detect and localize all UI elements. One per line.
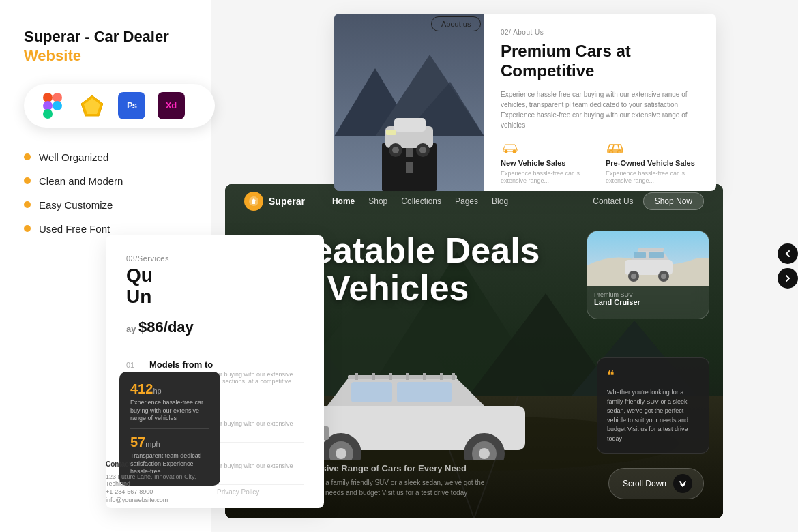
about-panel: 02/ About Us Premium Cars at Competitive… xyxy=(334,14,716,191)
hero-car-card: Premium SUV Land Cruiser xyxy=(587,231,709,319)
hp-desc: Experience hassle-free car buying with o… xyxy=(130,399,209,423)
feature2-desc: Experience hassle-free car is extensive … xyxy=(606,170,700,186)
svg-point-4 xyxy=(53,101,62,110)
about-desc: Experience hassle-free car buying with o… xyxy=(501,89,700,130)
nav-collections[interactable]: Collections xyxy=(401,196,441,206)
svg-point-44 xyxy=(336,448,346,459)
brand-name: Superar xyxy=(269,196,305,207)
svg-rect-14 xyxy=(406,147,413,157)
feature-dot xyxy=(24,225,31,232)
services-title: QuUn xyxy=(126,265,304,308)
feature1-desc: Experience hassle-free car is extensive … xyxy=(501,170,595,186)
nav-home[interactable]: Home xyxy=(332,196,355,206)
car-icon xyxy=(501,141,521,156)
main-title: Superar - Car Dealer xyxy=(24,27,188,47)
svg-rect-2 xyxy=(43,101,53,110)
contact-phone: +1-234-567-8900 xyxy=(106,488,201,495)
svg-rect-3 xyxy=(43,109,53,119)
svg-rect-22 xyxy=(386,130,396,135)
feature1-name: New Vehicle Sales xyxy=(501,159,595,167)
svg-rect-49 xyxy=(355,373,358,380)
services-label: 03/Services xyxy=(126,254,304,263)
photoshop-icon: Ps xyxy=(118,92,145,119)
svg-point-23 xyxy=(505,149,508,153)
nav-arrows xyxy=(778,243,798,289)
svg-point-21 xyxy=(419,147,426,153)
svg-rect-50 xyxy=(372,373,375,380)
quote-text: Whether you're looking for a family frie… xyxy=(607,388,699,443)
nav-right: Contact Us Shop Now xyxy=(593,192,704,210)
svg-rect-51 xyxy=(389,373,392,380)
feature-text: Used Free Font xyxy=(39,223,110,235)
feature-item: Easy Customize xyxy=(24,199,188,211)
sub-title: Website xyxy=(24,47,188,65)
svg-rect-52 xyxy=(406,373,409,380)
svg-rect-54 xyxy=(440,373,443,380)
feature-item: Used Free Font xyxy=(24,223,188,235)
nav-shop[interactable]: Shop xyxy=(368,196,387,206)
nav-contact[interactable]: Contact Us xyxy=(593,196,633,206)
vehicle-sales-feature: New Vehicle Sales Experience hassle-free… xyxy=(501,141,595,186)
about-content: 02/ About Us Premium Cars at Competitive… xyxy=(484,14,716,191)
mph-unit: mph xyxy=(145,440,160,448)
svg-point-65 xyxy=(631,274,636,279)
feature-dot xyxy=(24,153,31,160)
shop-now-button[interactable]: Shop Now xyxy=(643,192,704,210)
car-card-content: Premium SUV Land Cruiser xyxy=(587,286,709,312)
product-title: Superar - Car Dealer Website xyxy=(24,27,188,65)
pre-owned-icon xyxy=(606,141,626,156)
svg-point-67 xyxy=(661,274,666,279)
hp-stat: 412hp Experience hassle-free car buying … xyxy=(130,381,209,423)
pre-owned-feature: Pre-Owned Vehicle Sales Experience hassl… xyxy=(606,141,700,186)
about-image xyxy=(334,14,484,191)
feature-item: Well Organized xyxy=(24,151,188,163)
scroll-arrow-icon xyxy=(673,474,692,493)
svg-rect-15 xyxy=(406,162,413,173)
svg-point-24 xyxy=(513,149,516,153)
feature2-name: Pre-Owned Vehicle Sales xyxy=(606,159,700,167)
price-value: $86/day xyxy=(138,319,194,336)
quote-icon: ❝ xyxy=(607,368,699,384)
about-label: 02/ About Us xyxy=(501,29,700,36)
svg-rect-63 xyxy=(649,252,664,258)
svg-rect-17 xyxy=(394,118,426,132)
nav-pages[interactable]: Pages xyxy=(455,196,478,206)
price-badge: ay $86/day xyxy=(126,319,304,336)
about-title: Premium Cars at Competitive xyxy=(501,42,700,81)
prev-arrow[interactable] xyxy=(778,243,798,264)
tools-bar: Ps Xd xyxy=(24,84,215,128)
svg-point-19 xyxy=(392,147,399,153)
feature-text: Well Organized xyxy=(39,151,108,163)
next-arrow[interactable] xyxy=(778,268,798,289)
svg-rect-68 xyxy=(638,248,664,251)
feature-dot xyxy=(24,177,31,184)
contact-address: 123 Future Lane, Innovation City, Techla… xyxy=(106,473,201,487)
sketch-icon xyxy=(78,92,106,119)
scroll-down-button[interactable]: Scroll Down xyxy=(608,468,704,499)
svg-rect-55 xyxy=(452,373,455,380)
feature-text: Easy Customize xyxy=(39,199,113,211)
svg-point-47 xyxy=(479,448,490,459)
about-badge: About us xyxy=(431,16,481,31)
quote-card: ❝ Whether you're looking for a family fr… xyxy=(597,357,709,454)
svg-rect-1 xyxy=(53,93,62,102)
feature-dot xyxy=(24,201,31,208)
xd-icon: Xd xyxy=(158,92,185,119)
contact-email: info@yourwebsite.com xyxy=(106,497,201,503)
hp-unit: hp xyxy=(153,387,161,395)
nav-blog[interactable]: Blog xyxy=(492,196,508,206)
svg-rect-62 xyxy=(634,252,646,258)
feature-item: Clean and Modern xyxy=(24,175,188,187)
footer-links: Privacy Policy Terms & Conditions xyxy=(211,488,324,496)
nav-brand: Superar xyxy=(244,192,305,211)
hero-nav-links: Home Shop Collections Pages Blog xyxy=(332,196,508,206)
features-list: Well Organized Clean and Modern Easy Cus… xyxy=(24,151,188,235)
about-features: New Vehicle Sales Experience hassle-free… xyxy=(501,141,700,186)
nav-logo xyxy=(244,192,263,211)
svg-rect-53 xyxy=(423,373,426,380)
svg-rect-0 xyxy=(43,93,53,102)
feature-text: Clean and Modern xyxy=(39,175,123,187)
privacy-link[interactable]: Privacy Policy xyxy=(217,488,259,496)
hp-value: 412 xyxy=(130,381,153,396)
svg-rect-40 xyxy=(351,382,392,402)
